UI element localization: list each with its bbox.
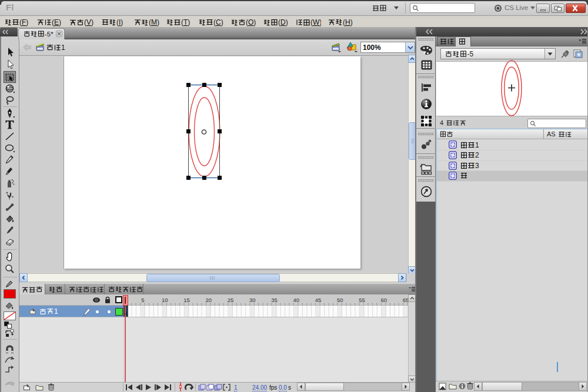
svg-text:-5*: -5* <box>45 31 54 38</box>
svg-text:1: 1 <box>475 142 479 149</box>
svg-text:1: 1 <box>61 44 65 52</box>
svg-text:-5: -5 <box>467 51 474 58</box>
svg-text:(W): (W) <box>310 19 321 26</box>
svg-text:AS: AS <box>547 131 556 138</box>
svg-text:(C): (C) <box>213 19 223 26</box>
svg-text:(H): (H) <box>343 19 353 26</box>
svg-text:2: 2 <box>475 152 479 159</box>
svg-text:(F): (F) <box>19 19 28 26</box>
svg-text:(V): (V) <box>84 19 93 26</box>
svg-text:(T): (T) <box>181 19 190 26</box>
svg-text:(O): (O) <box>246 19 256 26</box>
svg-text:(M): (M) <box>149 19 159 26</box>
svg-text:(I): (I) <box>116 19 123 26</box>
svg-text:(E): (E) <box>52 19 61 26</box>
svg-text:4: 4 <box>440 120 443 126</box>
svg-text:3: 3 <box>475 162 479 170</box>
svg-text:(D): (D) <box>278 19 288 26</box>
